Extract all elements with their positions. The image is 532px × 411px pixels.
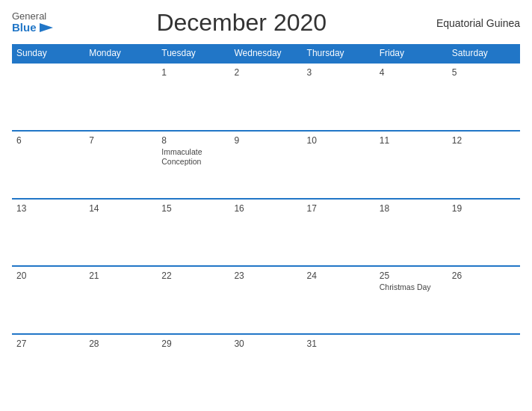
holiday-name: Christmas Day — [380, 282, 443, 293]
day-number: 6 — [16, 135, 80, 146]
country-name: Equatorial Guinea — [430, 17, 520, 29]
calendar-cell: 12 — [448, 131, 520, 199]
calendar-cell: 24 — [303, 266, 375, 334]
calendar-cell: 25Christmas Day — [375, 266, 448, 334]
calendar-table: SundayMondayTuesdayWednesdayThursdayFrid… — [12, 44, 520, 402]
week-row-1: 12345 — [12, 63, 520, 131]
calendar-cell: 14 — [84, 199, 157, 267]
calendar-cell: 23 — [229, 266, 302, 334]
weekday-header-tuesday: Tuesday — [157, 44, 229, 63]
day-number: 5 — [452, 67, 516, 78]
logo-general-text: General — [12, 11, 46, 22]
calendar-cell: 22 — [157, 266, 229, 334]
day-number: 12 — [452, 135, 516, 146]
calendar-cell: 18 — [375, 199, 448, 267]
calendar-cell: 9 — [229, 131, 302, 199]
calendar-cell: 15 — [157, 199, 229, 267]
day-number: 10 — [307, 135, 371, 146]
logo-blue-text: Blue — [12, 22, 37, 34]
calendar-cell — [12, 63, 84, 131]
calendar-cell: 29 — [157, 334, 229, 402]
calendar-cell: 4 — [375, 63, 448, 131]
calendar-cell: 21 — [84, 266, 157, 334]
calendar-cell: 31 — [303, 334, 375, 402]
day-number: 20 — [16, 271, 80, 281]
day-number: 1 — [161, 67, 225, 78]
weekday-header-thursday: Thursday — [303, 44, 375, 63]
day-number: 9 — [234, 135, 297, 146]
logo: General Blue — [12, 11, 53, 34]
weekday-header-wednesday: Wednesday — [229, 44, 302, 63]
calendar-cell: 10 — [303, 131, 375, 199]
calendar-cell: 20 — [12, 266, 84, 334]
calendar-cell — [84, 63, 157, 131]
day-number: 21 — [89, 271, 152, 281]
calendar-cell — [375, 334, 448, 402]
calendar-cell: 28 — [84, 334, 157, 402]
week-row-4: 202122232425Christmas Day26 — [12, 266, 520, 334]
calendar-cell: 6 — [12, 131, 84, 199]
calendar-cell: 27 — [12, 334, 84, 402]
day-number: 8 — [161, 135, 225, 146]
calendar-cell: 8Immaculate Conception — [157, 131, 229, 199]
calendar-container: General Blue December 2020 Equatorial Gu… — [0, 0, 532, 411]
day-number: 23 — [234, 271, 297, 281]
calendar-cell: 26 — [448, 266, 520, 334]
day-number: 18 — [380, 203, 443, 214]
day-number: 4 — [380, 67, 443, 78]
calendar-cell: 5 — [448, 63, 520, 131]
day-number: 13 — [16, 203, 80, 214]
week-row-2: 678Immaculate Conception9101112 — [12, 131, 520, 199]
logo-flag-icon — [40, 23, 53, 32]
day-number: 14 — [89, 203, 152, 214]
calendar-cell: 19 — [448, 199, 520, 267]
day-number: 28 — [89, 339, 152, 349]
day-number: 11 — [380, 135, 443, 146]
day-number: 26 — [452, 271, 516, 281]
holiday-name: Immaculate Conception — [161, 147, 225, 167]
day-number: 31 — [307, 339, 371, 349]
day-number: 29 — [161, 339, 225, 349]
week-row-5: 2728293031 — [12, 334, 520, 402]
week-row-3: 13141516171819 — [12, 199, 520, 267]
calendar-cell — [448, 334, 520, 402]
calendar-cell: 7 — [84, 131, 157, 199]
calendar-cell: 11 — [375, 131, 448, 199]
day-number: 22 — [161, 271, 225, 281]
day-number: 3 — [307, 67, 371, 78]
weekday-header-monday: Monday — [84, 44, 157, 63]
day-number: 7 — [89, 135, 152, 146]
day-number: 30 — [234, 339, 297, 349]
day-number: 27 — [16, 339, 80, 349]
svg-marker-0 — [40, 23, 53, 32]
calendar-cell: 17 — [303, 199, 375, 267]
day-number: 17 — [307, 203, 371, 214]
calendar-cell: 30 — [229, 334, 302, 402]
day-number: 15 — [161, 203, 225, 214]
day-number: 2 — [234, 67, 297, 78]
calendar-cell: 16 — [229, 199, 302, 267]
calendar-cell: 3 — [303, 63, 375, 131]
weekday-header-saturday: Saturday — [448, 44, 520, 63]
weekday-header-row: SundayMondayTuesdayWednesdayThursdayFrid… — [12, 44, 520, 63]
day-number: 25 — [380, 271, 443, 281]
weekday-header-friday: Friday — [375, 44, 448, 63]
day-number: 24 — [307, 271, 371, 281]
weekday-header-sunday: Sunday — [12, 44, 84, 63]
calendar-cell: 13 — [12, 199, 84, 267]
month-title: December 2020 — [53, 9, 430, 37]
day-number: 19 — [452, 203, 516, 214]
calendar-cell: 2 — [229, 63, 302, 131]
header: General Blue December 2020 Equatorial Gu… — [12, 9, 520, 37]
day-number: 16 — [234, 203, 297, 214]
calendar-cell: 1 — [157, 63, 229, 131]
